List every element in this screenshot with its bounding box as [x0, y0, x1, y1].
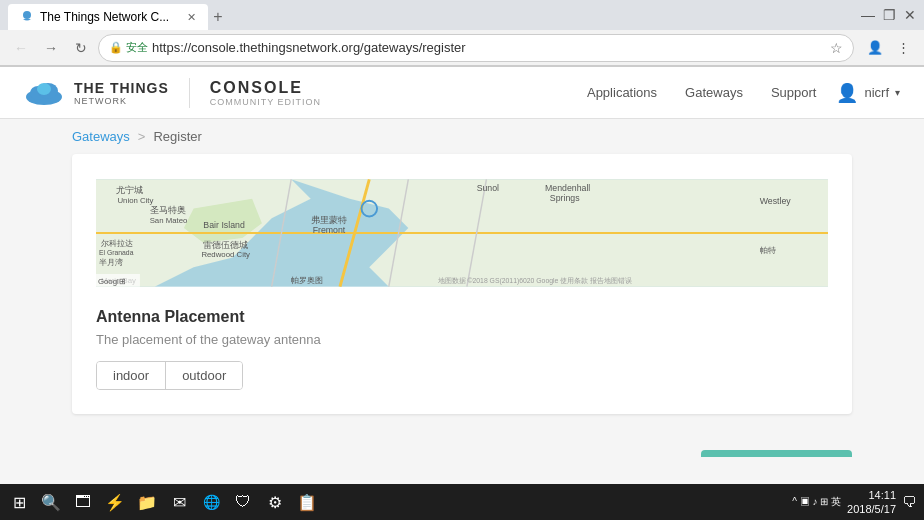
antenna-title: Antenna Placement — [96, 308, 828, 326]
outdoor-toggle-btn[interactable]: outdoor — [166, 362, 242, 389]
svg-text:San Mateo: San Mateo — [150, 216, 188, 225]
svg-text:Googl⊞: Googl⊞ — [98, 277, 126, 286]
svg-text:Union City: Union City — [117, 196, 153, 205]
top-navigation: THE THINGS NETWORK CONSOLE COMMUNITY EDI… — [0, 67, 924, 119]
map-svg: 尤宁城 Union City Sunol Mendenhall Springs … — [96, 178, 828, 288]
user-avatar-icon: 👤 — [836, 82, 858, 104]
logo-text-group: THE THINGS NETWORK — [74, 80, 169, 106]
new-tab-btn[interactable]: + — [208, 7, 228, 27]
app-container: THE THINGS NETWORK CONSOLE COMMUNITY EDI… — [0, 67, 924, 457]
menu-btn[interactable]: ⋮ — [890, 35, 916, 61]
user-menu[interactable]: 👤 nicrf ▾ — [836, 82, 900, 104]
taskbar-clock: 14:11 2018/5/17 — [847, 488, 896, 517]
nav-gateways-link[interactable]: Gateways — [685, 85, 743, 100]
clipboard-btn[interactable]: 📋 — [292, 487, 322, 517]
main-card: 尤宁城 Union City Sunol Mendenhall Springs … — [72, 154, 852, 414]
user-profile-btn[interactable]: 👤 — [862, 35, 888, 61]
settings-btn[interactable]: ⚙ — [260, 487, 290, 517]
svg-text:Mendenhall: Mendenhall — [545, 183, 590, 193]
security-btn[interactable]: 🛡 — [228, 487, 258, 517]
svg-point-0 — [23, 11, 31, 19]
svg-point-4 — [37, 83, 51, 95]
bookmark-star-icon[interactable]: ☆ — [830, 40, 843, 56]
logo-main-text: THE THINGS — [74, 80, 169, 96]
nav-support-link[interactable]: Support — [771, 85, 817, 100]
svg-text:Sunol: Sunol — [477, 183, 499, 193]
secure-badge: 🔒 安全 — [109, 40, 148, 55]
antenna-section: Antenna Placement The placement of the g… — [96, 308, 828, 390]
address-bar[interactable]: 🔒 安全 https://console.thethingsnetwork.or… — [98, 34, 854, 62]
chevron-down-icon: ▾ — [895, 87, 900, 98]
svg-text:雷德伍德城: 雷德伍德城 — [203, 240, 248, 250]
mail-btn[interactable]: ✉ — [164, 487, 194, 517]
svg-text:Westley: Westley — [760, 196, 792, 206]
footer-actions: Cancel Register Gateway — [0, 434, 924, 457]
console-sub-text: COMMUNITY EDITION — [210, 97, 321, 107]
svg-text:圣马特奥: 圣马特奥 — [150, 205, 186, 215]
search-taskbar-btn[interactable]: 🔍 — [36, 487, 66, 517]
divider — [189, 78, 190, 108]
svg-text:帕特: 帕特 — [760, 246, 776, 255]
svg-text:弗里蒙特: 弗里蒙特 — [311, 215, 347, 225]
nav-applications-link[interactable]: Applications — [587, 85, 657, 100]
secure-label: 安全 — [126, 40, 148, 55]
svg-text:El Granada: El Granada — [99, 249, 134, 256]
chrome-btn[interactable]: 🌐 — [196, 487, 226, 517]
map-container: 尤宁城 Union City Sunol Mendenhall Springs … — [96, 178, 828, 288]
svg-text:尤宁城: 尤宁城 — [116, 185, 143, 195]
user-name-label: nicrf — [864, 85, 889, 100]
svg-text:地图数据 ©2018 GS(2011)6020 Google: 地图数据 ©2018 GS(2011)6020 Google 使用条款 报告地图… — [437, 277, 633, 285]
logo-sub-text: NETWORK — [74, 96, 169, 106]
console-text-group: CONSOLE COMMUNITY EDITION — [210, 79, 321, 107]
notification-btn[interactable]: 🗨 — [902, 494, 916, 510]
file-explorer-btn[interactable]: 📁 — [132, 487, 162, 517]
svg-text:帕罗奥图: 帕罗奥图 — [291, 276, 323, 285]
svg-text:半月湾: 半月湾 — [99, 258, 123, 267]
back-btn[interactable]: ← — [8, 35, 34, 61]
content-area: 尤宁城 Union City Sunol Mendenhall Springs … — [0, 154, 924, 434]
taskbar-date: 2018/5/17 — [847, 502, 896, 516]
forward-btn[interactable]: → — [38, 35, 64, 61]
minimize-btn[interactable]: — — [861, 7, 875, 23]
antenna-placement-toggle: indoor outdoor — [96, 361, 243, 390]
cloud-logo-icon — [24, 79, 64, 107]
task-view-btn[interactable]: 🗔 — [68, 487, 98, 517]
nav-right-area: 👤 ⋮ — [862, 35, 916, 61]
svg-text:尔科拉达: 尔科拉达 — [101, 239, 133, 248]
taskbar-left: ⊞ 🔍 🗔 ⚡ 📁 ✉ 🌐 🛡 ⚙ 📋 — [4, 487, 322, 517]
breadcrumb-separator: > — [138, 129, 146, 144]
indoor-toggle-btn[interactable]: indoor — [97, 362, 166, 389]
breadcrumb: Gateways > Register — [0, 119, 924, 154]
close-btn[interactable]: ✕ — [904, 7, 916, 23]
logo-area: THE THINGS NETWORK CONSOLE COMMUNITY EDI… — [24, 78, 321, 108]
start-button[interactable]: ⊞ — [4, 487, 34, 517]
nav-bar: ← → ↻ 🔒 安全 https://console.thethingsnetw… — [0, 30, 924, 66]
browser-tab[interactable]: The Things Network C... ✕ — [8, 4, 208, 30]
taskbar-right: ^ ▣ ♪ ⊞ 英 14:11 2018/5/17 🗨 — [792, 488, 920, 517]
tab-title: The Things Network C... — [40, 10, 169, 24]
favicon-icon — [20, 10, 34, 24]
console-main-text: CONSOLE — [210, 79, 321, 97]
nav-links: Applications Gateways Support — [587, 85, 816, 100]
lock-icon: 🔒 — [109, 41, 123, 54]
cancel-button[interactable]: Cancel — [609, 452, 685, 457]
system-tray-icons: ^ ▣ ♪ ⊞ 英 — [792, 495, 841, 509]
taskbar: ⊞ 🔍 🗔 ⚡ 📁 ✉ 🌐 🛡 ⚙ 📋 ^ ▣ ♪ ⊞ 英 14:11 2018… — [0, 484, 924, 520]
svg-text:Bair Island: Bair Island — [203, 220, 245, 230]
svg-text:Springs: Springs — [550, 193, 580, 203]
taskbar-time: 14:11 — [847, 488, 896, 502]
browser-chrome: The Things Network C... ✕ + — ❐ ✕ ← → ↻ … — [0, 0, 924, 67]
breadcrumb-current: Register — [153, 129, 201, 144]
edge-browser-btn[interactable]: ⚡ — [100, 487, 130, 517]
svg-text:Redwood City: Redwood City — [201, 250, 250, 259]
maximize-btn[interactable]: ❐ — [883, 7, 896, 23]
refresh-btn[interactable]: ↻ — [68, 35, 94, 61]
register-gateway-button[interactable]: Register Gateway — [701, 450, 852, 457]
antenna-description: The placement of the gateway antenna — [96, 332, 828, 347]
svg-text:Fremont: Fremont — [313, 225, 346, 235]
title-bar: The Things Network C... ✕ + — ❐ ✕ — [0, 0, 924, 30]
breadcrumb-gateways-link[interactable]: Gateways — [72, 129, 130, 144]
url-text: https://console.thethingsnetwork.org/gat… — [152, 40, 826, 55]
tab-close-btn[interactable]: ✕ — [187, 11, 196, 24]
